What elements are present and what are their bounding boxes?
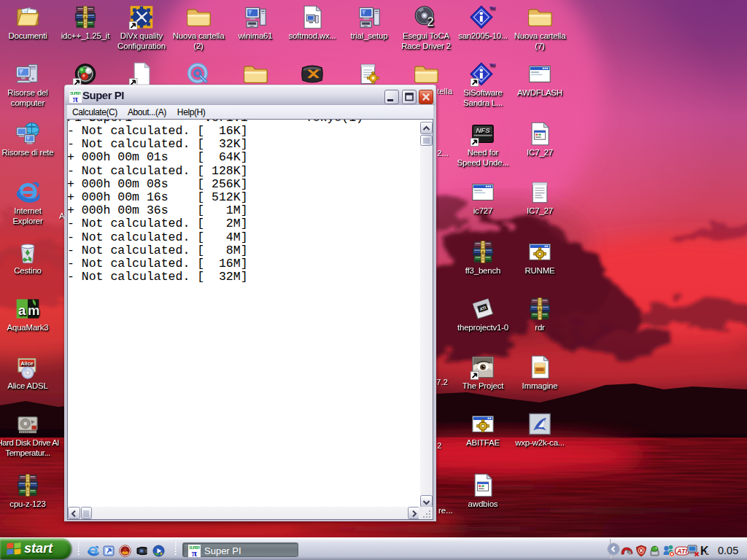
svg-text:π: π [192, 547, 198, 556]
svg-text:ATI: ATI [676, 548, 687, 555]
svg-text:π: π [73, 93, 79, 103]
